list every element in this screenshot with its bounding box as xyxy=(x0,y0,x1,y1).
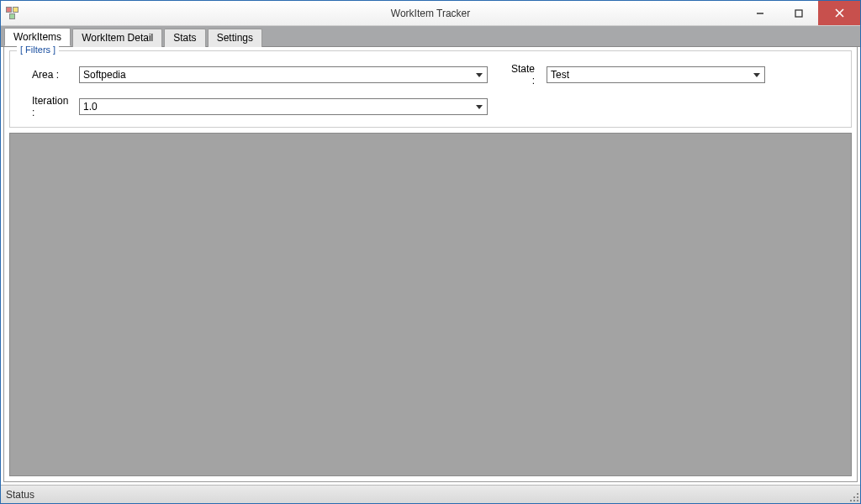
svg-rect-1 xyxy=(795,10,802,17)
tab-content: [ Filters ] Area : Softpedia State : Tes… xyxy=(3,47,858,482)
state-dropdown[interactable]: Test xyxy=(547,66,765,83)
filters-group: [ Filters ] Area : Softpedia State : Tes… xyxy=(9,50,852,128)
minimize-button[interactable] xyxy=(741,1,779,25)
iteration-dropdown[interactable]: 1.0 xyxy=(79,98,488,115)
chevron-down-icon xyxy=(751,68,763,81)
tab-settings[interactable]: Settings xyxy=(208,29,262,47)
maximize-button[interactable] xyxy=(779,1,818,25)
close-button[interactable] xyxy=(818,1,860,25)
tab-bar: WorkItems WorkItem Detail Stats Settings xyxy=(1,26,860,47)
filter-row-1: Area : Softpedia State : Test xyxy=(18,63,843,87)
chevron-down-icon xyxy=(473,68,485,81)
maximize-icon xyxy=(795,9,803,18)
close-icon xyxy=(835,8,844,18)
titlebar: WorkItem Tracker xyxy=(1,1,860,26)
area-dropdown[interactable]: Softpedia xyxy=(79,66,488,83)
state-value: Test xyxy=(551,69,569,81)
iteration-label: Iteration : xyxy=(18,95,71,118)
workitems-grid[interactable] xyxy=(9,133,852,476)
window-title: WorkItem Tracker xyxy=(1,8,860,19)
size-grip[interactable] xyxy=(847,490,858,501)
tab-stats[interactable]: Stats xyxy=(164,29,205,47)
app-icon xyxy=(6,7,19,20)
iteration-value: 1.0 xyxy=(83,101,98,113)
area-label: Area : xyxy=(18,69,71,81)
svg-marker-6 xyxy=(476,105,483,109)
svg-marker-4 xyxy=(476,73,483,77)
state-label: State : xyxy=(496,63,538,87)
window-controls xyxy=(741,1,860,25)
filter-row-2: Iteration : 1.0 xyxy=(18,95,843,118)
tab-workitems[interactable]: WorkItems xyxy=(4,28,71,46)
filters-legend: [ Filters ] xyxy=(17,45,59,55)
area-value: Softpedia xyxy=(83,69,126,81)
tab-workitem-detail[interactable]: WorkItem Detail xyxy=(72,29,162,47)
status-bar: Status xyxy=(1,485,860,503)
chevron-down-icon xyxy=(473,100,485,113)
svg-marker-5 xyxy=(753,73,760,77)
status-text: Status xyxy=(6,489,34,501)
minimize-icon xyxy=(756,9,764,18)
